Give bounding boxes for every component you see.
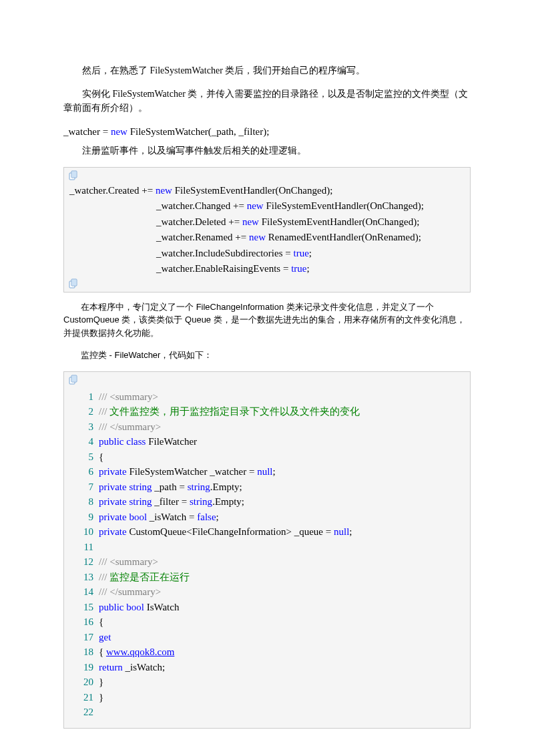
code-text: _isWatch;	[123, 662, 165, 673]
code-text: _watcher.Deleted +=	[156, 216, 242, 227]
line-number: 4	[69, 434, 96, 449]
paragraph-register: 注册监听事件，以及编写事件触发后相关的处理逻辑。	[63, 144, 471, 158]
code-instantiate: _watcher = new FileSystemWatcher(_path, …	[63, 124, 471, 140]
paragraph-intro: 然后，在熟悉了 FileSystemWatcher 类后，我们开始自己的程序编写…	[63, 63, 471, 77]
comment-text: 文件监控类，用于监控指定目录下文件以及文件夹的变化	[109, 406, 360, 417]
term-filechangeinfo: FileChangeInformation	[196, 302, 284, 312]
line-number: 1	[69, 389, 96, 405]
keyword-new: new	[111, 126, 127, 137]
code-text: RenamedEventHandler(OnRenamed);	[266, 232, 421, 242]
keyword: string	[190, 496, 212, 507]
code-text: FileSystemEventHandler(OnChanged);	[172, 185, 332, 196]
brace: {	[99, 451, 103, 462]
copy-icon[interactable]	[68, 278, 79, 289]
keyword-true: true	[291, 263, 306, 274]
keyword: bool	[127, 512, 147, 522]
keyword: null	[334, 526, 349, 537]
code-text: FileSystemEventHandler(OnChanged);	[264, 200, 424, 211]
paragraph-classes: 在本程序中，专门定义了一个 FileChangeInformation 类来记录…	[63, 301, 471, 340]
code-text: ;	[349, 526, 352, 537]
code-text: ;	[309, 248, 312, 258]
code-text: CustomQueue<FileChangeInformation> _queu…	[127, 526, 334, 537]
code-text: ;	[306, 263, 309, 274]
line-number: 14	[69, 584, 96, 600]
keyword: false	[197, 512, 216, 522]
code-text: IsWatch	[144, 602, 180, 612]
line-number: 10	[69, 524, 96, 540]
term-customqueue: CustomQueue	[63, 315, 119, 325]
xml-doc: /// <summary>	[99, 556, 158, 567]
xml-doc: ///	[99, 572, 109, 582]
keyword: private	[99, 482, 127, 492]
line-number: 20	[69, 675, 96, 690]
code-text: FileWatcher	[146, 436, 197, 447]
code-block-class: 1/// <summary> 2/// 文件监控类，用于监控指定目录下文件以及文…	[63, 371, 471, 729]
keyword: private	[99, 526, 127, 537]
code-text: _path =	[152, 482, 188, 492]
code-text: _filter =	[152, 496, 190, 507]
keyword: null	[257, 466, 272, 477]
term-queue: Queue	[185, 315, 211, 325]
keyword: bool	[124, 602, 144, 612]
code-text: ;	[216, 512, 219, 522]
keyword: return	[99, 662, 123, 673]
brace: }	[99, 692, 103, 703]
paragraph-instantiate: 实例化 FileSystemWatcher 类，并传入需要监控的目录路径，以及是…	[63, 87, 471, 115]
code-text: .Empty;	[212, 496, 244, 507]
text: 类，该类类似于	[119, 315, 185, 325]
keyword-new: new	[242, 216, 259, 227]
line-number: 22	[69, 705, 96, 720]
keyword: public	[99, 602, 124, 612]
line-number: 13	[69, 570, 96, 585]
keyword-new: new	[247, 200, 264, 211]
line-number: 18	[69, 644, 96, 660]
code-text: FileSystemEventHandler(OnChanged);	[259, 216, 419, 227]
code-text: .Empty;	[210, 482, 242, 492]
brace: {	[99, 646, 106, 657]
code-text: _isWatch =	[147, 512, 197, 522]
code-text: ;	[273, 466, 276, 477]
xml-doc: /// </summary>	[99, 586, 161, 597]
line-number: 12	[69, 554, 96, 570]
line-number: 6	[69, 464, 96, 480]
keyword: string	[188, 482, 210, 492]
keyword: private	[99, 512, 127, 522]
copy-icon[interactable]	[68, 170, 79, 181]
line-number: 11	[69, 540, 96, 555]
keyword: string	[127, 496, 152, 507]
keyword: private	[99, 466, 127, 477]
term-filewatcher: FileWatcher	[115, 350, 161, 360]
keyword: string	[127, 482, 152, 492]
code-text: _watcher.Created +=	[69, 185, 156, 196]
keyword-new: new	[156, 185, 172, 196]
line-number: 9	[69, 510, 96, 525]
line-number: 7	[69, 480, 96, 495]
paragraph-filewatcher: 监控类 - FileWatcher，代码如下：	[63, 349, 471, 362]
code-table: 1/// <summary> 2/// 文件监控类，用于监控指定目录下文件以及文…	[69, 389, 465, 720]
comment-text: 监控是否正在运行	[109, 572, 190, 582]
code-text: _watcher.Changed +=	[156, 200, 247, 211]
keyword: get	[99, 632, 111, 642]
brace: }	[99, 677, 103, 687]
link-url[interactable]: www.qqok8.com	[106, 646, 174, 657]
keyword: private	[99, 496, 127, 507]
xml-doc: /// </summary>	[99, 421, 161, 432]
line-number: 16	[69, 614, 96, 630]
brace: {	[99, 616, 103, 627]
code-block-events: _watcher.Created += new FileSystemEventH…	[63, 167, 471, 293]
line-number: 15	[69, 600, 96, 615]
keyword: class	[124, 436, 146, 447]
keyword: public	[99, 436, 124, 447]
line-number: 3	[69, 419, 96, 435]
copy-icon[interactable]	[68, 375, 79, 385]
text: 监控类 -	[81, 350, 115, 360]
xml-doc: ///	[99, 406, 109, 417]
text: 类来记录文件变化信息，并定义了一个	[284, 302, 434, 312]
text: 在本程序中，专门定义了一个	[81, 302, 196, 312]
line-number: 21	[69, 690, 96, 705]
keyword-new: new	[249, 232, 266, 242]
line-number: 19	[69, 660, 96, 675]
line-number: 17	[69, 630, 96, 645]
xml-doc: /// <summary>	[99, 391, 158, 402]
text: ，代码如下：	[160, 350, 212, 360]
